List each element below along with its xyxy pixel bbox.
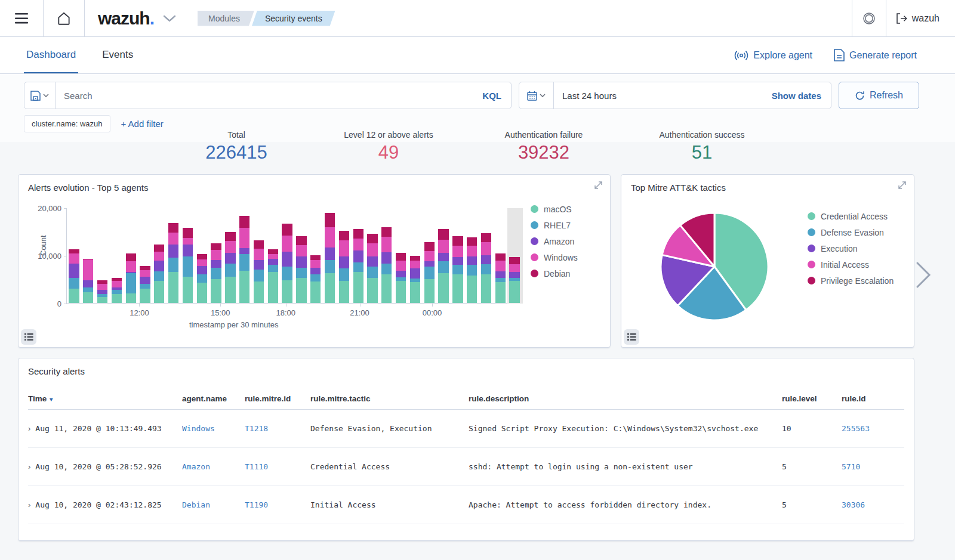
bar-segment-macos[interactable] [438, 273, 448, 303]
expand-icon[interactable] [898, 181, 907, 190]
bar-segment-amazon[interactable] [438, 253, 448, 261]
bar-segment-macos[interactable] [467, 276, 477, 303]
bar-segment-amazon[interactable] [168, 245, 178, 258]
bar-segment-amazon[interactable] [239, 248, 249, 254]
bar-segment-debian[interactable] [367, 234, 377, 243]
bar-segment-amazon[interactable] [410, 268, 420, 279]
bar-segment-macos[interactable] [225, 277, 235, 303]
bar-segment-macos[interactable] [339, 281, 349, 303]
bar-segment-rhel7[interactable] [69, 278, 79, 289]
legend-item-rhel7[interactable]: RHEL7 [531, 217, 578, 233]
refresh-button[interactable]: Refresh [839, 82, 919, 109]
bar-segment-amazon[interactable] [325, 247, 335, 260]
bar-segment-amazon[interactable] [509, 272, 519, 278]
bar-segment-macos[interactable] [126, 293, 136, 303]
bar-segment-rhel7[interactable] [254, 270, 264, 281]
bar[interactable] [254, 240, 264, 303]
bar-segment-macos[interactable] [396, 281, 406, 303]
bar-segment-windows[interactable] [211, 250, 221, 260]
breadcrumb-security-events[interactable]: Security events [252, 11, 335, 26]
bar-segment-rhel7[interactable] [339, 268, 349, 281]
bar-segment-windows[interactable] [183, 238, 193, 245]
bar[interactable] [353, 229, 363, 303]
bar-segment-debian[interactable] [452, 236, 463, 246]
bar-segment-windows[interactable] [282, 236, 292, 251]
bar-segment-windows[interactable] [410, 261, 420, 269]
bar-segment-debian[interactable] [495, 253, 506, 261]
bar[interactable] [225, 232, 235, 303]
bar-segment-amazon[interactable] [154, 261, 164, 271]
bar-segment-debian[interactable] [353, 229, 363, 239]
wazuh-logo[interactable]: wazuh. [85, 8, 184, 29]
bar-segment-debian[interactable] [126, 253, 136, 261]
bar-segment-rhel7[interactable] [325, 260, 335, 273]
bar-segment-rhel7[interactable] [239, 254, 249, 270]
bar-segment-rhel7[interactable] [467, 265, 477, 276]
bar-segment-debian[interactable] [239, 216, 249, 227]
show-dates-button[interactable]: Show dates [762, 91, 831, 101]
bar-segment-macos[interactable] [381, 274, 392, 303]
bar-segment-amazon[interactable] [495, 271, 506, 278]
bar-segment-windows[interactable] [268, 254, 278, 259]
bar[interactable] [424, 242, 435, 303]
bar[interactable] [126, 253, 136, 303]
legend-item-macos[interactable]: macOS [531, 201, 578, 217]
bar[interactable] [154, 245, 164, 303]
bar-segment-debian[interactable] [154, 245, 164, 252]
bar-segment-amazon[interactable] [140, 277, 150, 284]
inspect-icon[interactable] [21, 329, 36, 345]
bar-segment-rhel7[interactable] [296, 268, 306, 279]
bar-segment-debian[interactable] [197, 254, 207, 260]
bar-segment-amazon[interactable] [467, 256, 477, 265]
home-icon[interactable] [44, 0, 84, 37]
bar[interactable] [438, 229, 448, 303]
bar-segment-rhel7[interactable] [168, 258, 178, 272]
bar-segment-macos[interactable] [254, 281, 264, 303]
bar-segment-macos[interactable] [140, 289, 150, 303]
bar-segment-macos[interactable] [69, 289, 79, 303]
legend-item-debian[interactable]: Debian [531, 265, 578, 281]
bar-segment-debian[interactable] [183, 228, 193, 239]
column-header-time[interactable]: Time▾ [28, 394, 182, 403]
chevron-down-icon[interactable] [163, 15, 176, 22]
legend-item-windows[interactable]: Windows [531, 249, 578, 265]
bar-segment-rhel7[interactable] [452, 265, 463, 274]
bar-segment-rhel7[interactable] [438, 261, 448, 274]
bar[interactable] [325, 213, 335, 303]
bar[interactable] [410, 256, 420, 303]
mitre_id-link[interactable]: T1190 [245, 500, 268, 509]
bar-segment-debian[interactable] [381, 227, 392, 237]
tab-dashboard[interactable]: Dashboard [24, 37, 78, 73]
bar-segment-debian[interactable] [282, 224, 292, 236]
bar-segment-windows[interactable] [438, 240, 448, 253]
bar-segment-windows[interactable] [310, 260, 321, 268]
time-range-value[interactable]: Last 24 hours [554, 91, 762, 101]
bar-segment-amazon[interactable] [296, 256, 306, 267]
expand-row-icon[interactable]: › [28, 424, 30, 433]
bar-segment-debian[interactable] [296, 236, 306, 245]
generate-report-button[interactable]: Generate report [834, 49, 917, 61]
bar-segment-amazon[interactable] [339, 256, 349, 268]
bar-segment-rhel7[interactable] [154, 271, 164, 281]
bar-segment-rhel7[interactable] [197, 274, 207, 283]
bar-segment-amazon[interactable] [452, 257, 463, 265]
bar[interactable] [452, 236, 463, 303]
bar[interactable] [495, 253, 506, 303]
bar-segment-amazon[interactable] [481, 255, 491, 264]
bar[interactable] [268, 249, 278, 303]
bar[interactable] [112, 278, 122, 303]
logout-button[interactable]: wazuh [886, 0, 955, 37]
bar-segment-amazon[interactable] [97, 290, 107, 294]
bar-segment-windows[interactable] [69, 253, 79, 264]
bar-segment-amazon[interactable] [396, 271, 406, 277]
bar-segment-windows[interactable] [339, 240, 349, 256]
bar-segment-rhel7[interactable] [83, 287, 93, 292]
bar-segment-rhel7[interactable] [211, 268, 221, 279]
kql-button[interactable]: KQL [473, 91, 511, 101]
bar[interactable] [339, 231, 349, 303]
bar-segment-windows[interactable] [396, 261, 406, 271]
bar-segment-amazon[interactable] [225, 253, 235, 264]
bar-segment-windows[interactable] [367, 243, 377, 256]
add-filter-button[interactable]: + Add filter [121, 119, 164, 129]
bar-segment-macos[interactable] [325, 273, 335, 303]
